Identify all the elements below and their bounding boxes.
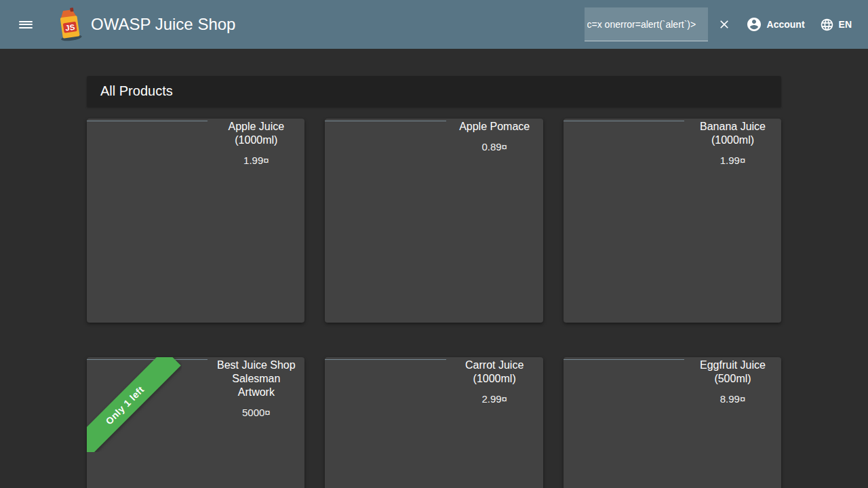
svg-text:JS: JS: [64, 23, 75, 33]
broken-product-image: [87, 121, 208, 121]
broken-product-image: [325, 359, 446, 360]
product-grid: Apple Juice (1000ml) 1.99¤ Apple Pomace …: [87, 119, 781, 488]
product-price: 5000¤: [213, 407, 299, 418]
account-button[interactable]: Account: [741, 12, 810, 37]
language-label: EN: [839, 19, 852, 30]
page-title: All Products: [100, 83, 173, 99]
close-icon: [717, 18, 731, 31]
product-price: 1.99¤: [213, 155, 299, 166]
product-info: Banana Juice (1000ml) 1.99¤: [684, 120, 781, 166]
page-heading-bar: All Products: [87, 76, 781, 106]
globe-icon: [820, 18, 834, 32]
broken-product-image: [325, 121, 446, 121]
product-card-salesman-artwork[interactable]: Only 1 left Best Juice Shop Salesman Art…: [87, 357, 304, 488]
language-button[interactable]: EN: [814, 14, 857, 36]
search-input[interactable]: [585, 19, 708, 30]
account-label: Account: [767, 19, 805, 30]
product-info: Eggfruit Juice (500ml) 8.99¤: [684, 359, 781, 405]
juice-shop-logo: JS: [54, 6, 85, 43]
product-price: 1.99¤: [690, 155, 776, 166]
broken-product-image: [564, 359, 684, 360]
menu-button[interactable]: [11, 9, 41, 39]
product-price: 0.89¤: [452, 141, 538, 152]
hamburger-menu-icon: [19, 19, 33, 30]
product-card-apple-pomace[interactable]: Apple Pomace 0.89¤: [325, 119, 542, 323]
only-one-left-ribbon: Only 1 left: [87, 357, 182, 452]
search-box[interactable]: [585, 7, 708, 41]
product-card-carrot-juice[interactable]: Carrot Juice (1000ml) 2.99¤: [325, 357, 542, 488]
product-price: 2.99¤: [452, 393, 538, 405]
product-name: Banana Juice (1000ml): [690, 120, 776, 147]
product-info: Carrot Juice (1000ml) 2.99¤: [446, 359, 543, 405]
product-name: Apple Juice (1000ml): [213, 120, 299, 147]
product-card-apple-juice[interactable]: Apple Juice (1000ml) 1.99¤: [87, 119, 304, 323]
ribbon-label: Only 1 left: [87, 357, 181, 452]
product-card-eggfruit-juice[interactable]: Eggfruit Juice (500ml) 8.99¤: [564, 357, 781, 488]
app-title: OWASP Juice Shop: [91, 15, 235, 34]
navbar: JS OWASP Juice Shop Account EN: [0, 0, 868, 49]
product-name: Eggfruit Juice (500ml): [690, 359, 776, 386]
broken-product-image: [564, 121, 684, 121]
product-name: Apple Pomace: [452, 120, 538, 134]
product-name: Best Juice Shop Salesman Artwork: [213, 359, 299, 399]
search-close-button[interactable]: [712, 14, 736, 35]
product-info: Apple Pomace 0.89¤: [446, 120, 543, 152]
account-circle-icon: [746, 16, 762, 33]
product-info: Apple Juice (1000ml) 1.99¤: [208, 120, 304, 166]
main-content: All Products Apple Juice (1000ml) 1.99¤ …: [0, 76, 868, 488]
broken-product-image: [87, 359, 208, 360]
product-price: 8.99¤: [690, 393, 776, 405]
product-info: Best Juice Shop Salesman Artwork 5000¤: [208, 359, 304, 418]
product-card-banana-juice[interactable]: Banana Juice (1000ml) 1.99¤: [564, 119, 781, 323]
product-name: Carrot Juice (1000ml): [452, 359, 538, 386]
